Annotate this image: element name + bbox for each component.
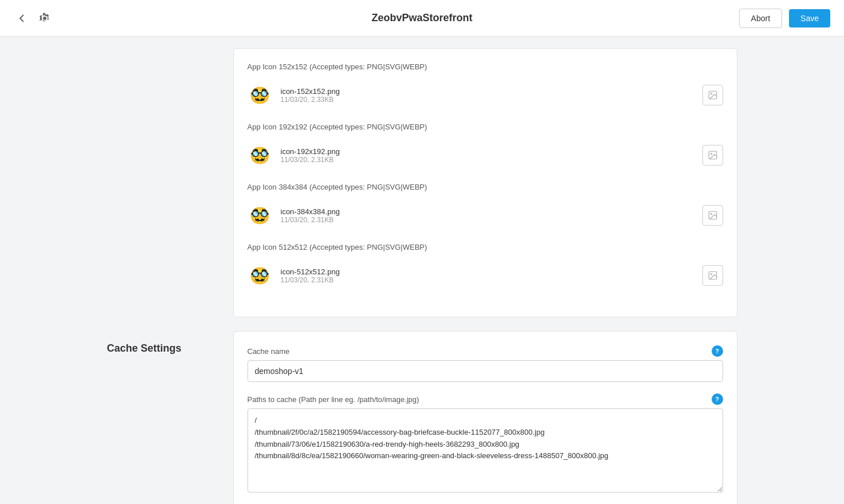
icon-group-192: App Icon 192x192 (Accepted types: PNG|SV… — [248, 123, 723, 174]
image-upload-icon-192 — [708, 150, 718, 160]
icon-192-label: App Icon 192x192 (Accepted types: PNG|SV… — [248, 123, 723, 131]
upload-button-512[interactable] — [702, 265, 723, 286]
cache-name-input[interactable] — [248, 360, 723, 382]
icon-filename-512: icon-512x512.png — [281, 267, 702, 276]
icon-384-label: App Icon 384x384 (Accepted types: PNG|SV… — [248, 183, 723, 191]
abort-button[interactable]: Abort — [739, 9, 782, 28]
icon-meta-384: 11/03/20, 2.31KB — [281, 216, 702, 224]
icon-filename-192: icon-192x192.png — [281, 147, 702, 156]
paths-label-row: Paths to cache (Path per line eg. /path/… — [248, 393, 723, 405]
save-button[interactable]: Save — [789, 9, 830, 27]
cache-settings-section: Cache Settings Cache name ? Paths to cac… — [107, 331, 737, 504]
svg-point-1 — [710, 93, 712, 94]
page-title: ZeobvPwaStorefront — [371, 12, 472, 24]
icon-row-512: 🥸 icon-512x512.png 11/03/20, 2.31KB — [248, 257, 723, 294]
icon-preview-152: 🥸 — [248, 82, 273, 108]
icon-preview-512: 🥸 — [248, 263, 273, 288]
icons-section-label — [107, 48, 233, 60]
cache-name-help-icon[interactable]: ? — [712, 345, 723, 357]
icon-info-512: icon-512x512.png 11/03/20, 2.31KB — [281, 267, 702, 284]
image-upload-icon-512 — [708, 270, 718, 281]
icon-row-152: 🥸 icon-152x152.png 11/03/20, 2.33KB — [248, 77, 723, 113]
icon-meta-152: 11/03/20, 2.33KB — [281, 96, 702, 104]
icon-filename-384: icon-384x384.png — [281, 207, 702, 216]
upload-button-152[interactable] — [702, 85, 723, 105]
settings-button[interactable] — [37, 10, 53, 26]
gear-icon — [39, 13, 50, 24]
icon-info-152: icon-152x152.png 11/03/20, 2.33KB — [281, 87, 702, 104]
cache-name-label-row: Cache name ? — [248, 345, 723, 357]
icon-preview-192: 🥸 — [248, 143, 273, 168]
icons-card: App Icon 152x152 (Accepted types: PNG|SV… — [233, 48, 737, 317]
icons-section: App Icon 152x152 (Accepted types: PNG|SV… — [107, 48, 737, 317]
mustache-icon-192: 🥸 — [250, 146, 270, 165]
icon-group-152: App Icon 152x152 (Accepted types: PNG|SV… — [248, 62, 723, 113]
icon-preview-384: 🥸 — [248, 203, 273, 228]
upload-button-192[interactable] — [702, 145, 723, 166]
cache-settings-card: Cache name ? Paths to cache (Path per li… — [233, 331, 737, 504]
icon-info-384: icon-384x384.png 11/03/20, 2.31KB — [281, 207, 702, 224]
icon-meta-192: 11/03/20, 2.31KB — [281, 156, 702, 164]
cache-name-group: Cache name ? — [248, 345, 723, 382]
back-button[interactable] — [14, 10, 30, 26]
icon-152-label: App Icon 152x152 (Accepted types: PNG|SV… — [248, 62, 723, 71]
paths-label: Paths to cache (Path per line eg. /path/… — [248, 395, 419, 404]
icon-group-512: App Icon 512x512 (Accepted types: PNG|SV… — [248, 243, 723, 294]
icon-row-384: 🥸 icon-384x384.png 11/03/20, 2.31KB — [248, 197, 723, 234]
mustache-icon-152: 🥸 — [250, 86, 270, 105]
icon-info-192: icon-192x192.png 11/03/20, 2.31KB — [281, 147, 702, 164]
main-content: App Icon 152x152 (Accepted types: PNG|SV… — [0, 37, 844, 504]
icon-row-192: 🥸 icon-192x192.png 11/03/20, 2.31KB — [248, 137, 723, 174]
svg-point-5 — [710, 213, 712, 214]
back-arrow-icon — [16, 13, 28, 24]
header-actions: Abort Save — [739, 9, 830, 28]
mustache-icon-384: 🥸 — [250, 206, 270, 225]
header-left — [14, 10, 53, 26]
paths-help-icon[interactable]: ? — [712, 393, 723, 405]
icon-filename-152: icon-152x152.png — [281, 87, 702, 96]
icon-meta-512: 11/03/20, 2.31KB — [281, 276, 702, 284]
upload-button-384[interactable] — [702, 205, 723, 226]
icon-group-384: App Icon 384x384 (Accepted types: PNG|SV… — [248, 183, 723, 234]
paths-textarea[interactable]: / /thumbnail/2f/0c/a2/1582190594/accesso… — [248, 408, 723, 493]
header: ZeobvPwaStorefront Abort Save — [0, 0, 844, 37]
mustache-icon-512: 🥸 — [250, 266, 270, 285]
svg-point-3 — [710, 153, 712, 154]
cache-section-label: Cache Settings — [107, 331, 233, 355]
image-upload-icon — [708, 90, 718, 100]
icon-512-label: App Icon 512x512 (Accepted types: PNG|SV… — [248, 243, 723, 251]
paths-to-cache-group: Paths to cache (Path per line eg. /path/… — [248, 393, 723, 495]
cache-name-label: Cache name — [248, 347, 290, 356]
svg-point-7 — [710, 273, 712, 274]
image-upload-icon-384 — [708, 210, 718, 220]
